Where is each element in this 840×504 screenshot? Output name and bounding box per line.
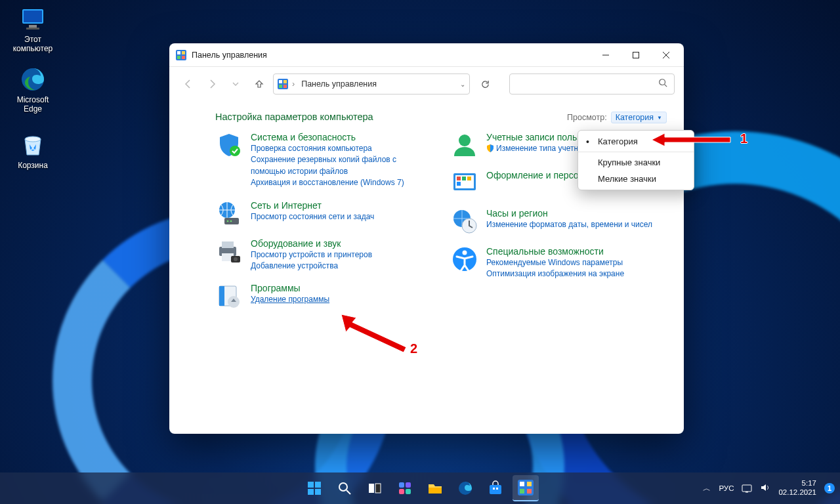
desktop-icon-edge[interactable]: Microsoft Edge xyxy=(8,66,58,114)
category-sub[interactable]: Добавление устройства xyxy=(251,261,431,272)
category-network: Сеть и Интернет Просмотр состояния сети … xyxy=(215,200,431,227)
svg-rect-8 xyxy=(182,51,185,54)
category-sub[interactable]: Проверка состояния компьютера xyxy=(251,143,431,154)
desktop-icon-label: Этот компьютер xyxy=(8,35,58,53)
recycle-bin-icon xyxy=(19,131,47,159)
control-panel-icon xyxy=(176,50,186,60)
svg-rect-67 xyxy=(527,482,532,486)
menu-item-large-icons[interactable]: Крупные значки xyxy=(578,154,694,171)
taskbar: ︿ РУС 5:17 02.12.2021 1 xyxy=(0,472,840,504)
svg-rect-2 xyxy=(29,25,37,28)
category-sub[interactable]: Сохранение резервных копий файлов с помо… xyxy=(251,154,431,177)
category-title[interactable]: Сеть и Интернет xyxy=(251,200,322,211)
breadcrumb-sep: › xyxy=(292,79,295,89)
edge-icon xyxy=(19,66,47,93)
category-sub[interactable]: Архивация и восстановление (Windows 7) xyxy=(251,177,431,188)
view-by-dropdown[interactable]: Категория ▼ xyxy=(611,112,667,123)
view-by: Просмотр: Категория ▼ xyxy=(567,112,667,123)
chevron-down-icon[interactable]: ⌄ xyxy=(460,81,465,88)
recent-locations-button[interactable] xyxy=(226,74,245,94)
address-bar[interactable]: › Панель управления ⌄ xyxy=(273,74,470,94)
svg-point-22 xyxy=(230,146,240,156)
category-sub[interactable]: Просмотр устройств и принтеров xyxy=(251,249,431,261)
svg-point-25 xyxy=(227,220,229,222)
forward-button[interactable] xyxy=(202,74,222,94)
svg-rect-60 xyxy=(429,488,442,494)
category-clock-region: Часы и регион Изменение форматов даты, в… xyxy=(451,207,667,235)
svg-rect-63 xyxy=(493,488,495,490)
chevron-down-icon: ▼ xyxy=(657,115,662,121)
desktop-icon-label: Microsoft Edge xyxy=(8,95,58,114)
category-title[interactable]: Часы и регион xyxy=(486,208,548,219)
svg-rect-51 xyxy=(315,489,321,495)
volume-icon[interactable] xyxy=(760,482,770,494)
taskbar-search[interactable] xyxy=(331,475,358,501)
store[interactable] xyxy=(482,475,509,501)
task-view[interactable] xyxy=(362,475,388,501)
control-panel-taskbar[interactable] xyxy=(513,475,539,501)
category-sub[interactable]: Рекомендуемые Windows параметры xyxy=(486,257,667,268)
category-title[interactable]: Специальные возможности xyxy=(486,246,604,257)
view-by-menu: Категория Крупные значки Мелкие значки xyxy=(578,130,694,190)
category-sub[interactable]: Изменение форматов даты, времени и чисел xyxy=(486,219,667,230)
menu-separator xyxy=(578,152,694,152)
category-title[interactable]: Оборудование и звук xyxy=(251,238,341,249)
svg-rect-68 xyxy=(520,489,524,494)
notification-badge[interactable]: 1 xyxy=(824,483,835,494)
svg-rect-62 xyxy=(490,485,501,494)
edge-taskbar[interactable] xyxy=(452,475,478,501)
system-tray: ︿ РУС 5:17 02.12.2021 1 xyxy=(703,479,835,497)
monitor-icon xyxy=(19,5,47,33)
svg-point-5 xyxy=(25,136,41,142)
svg-line-53 xyxy=(346,490,350,494)
search-icon xyxy=(658,78,667,90)
category-sub[interactable]: Оптимизация изображения на экране xyxy=(486,268,667,280)
desktop-icon-recycle-bin[interactable]: Корзина xyxy=(8,131,58,170)
appearance-icon xyxy=(451,169,478,197)
category-sub[interactable]: Просмотр состояния сети и задач xyxy=(251,211,431,222)
svg-point-35 xyxy=(459,135,471,146)
category-title[interactable]: Система и безопасность xyxy=(251,132,356,142)
control-panel-window: Панель управления › Панель управления ⌄ xyxy=(169,43,684,434)
shield-icon xyxy=(215,131,243,159)
svg-rect-48 xyxy=(308,482,314,488)
menu-item-small-icons[interactable]: Мелкие значки xyxy=(578,171,694,187)
menu-item-category[interactable]: Категория xyxy=(578,133,694,150)
category-sub[interactable]: Удаление программы xyxy=(251,294,431,305)
svg-rect-33 xyxy=(219,286,224,306)
file-explorer[interactable] xyxy=(422,475,448,501)
category-title[interactable]: Программы xyxy=(251,283,301,293)
close-button[interactable] xyxy=(651,43,681,67)
clock-date: 02.12.2021 xyxy=(778,488,816,497)
maximize-button[interactable] xyxy=(621,43,651,67)
svg-rect-7 xyxy=(177,51,180,54)
search-input[interactable] xyxy=(516,79,658,89)
svg-rect-3 xyxy=(26,28,39,30)
svg-line-21 xyxy=(665,85,667,87)
svg-rect-56 xyxy=(399,482,404,488)
accessibility-icon xyxy=(451,245,478,273)
language-indicator[interactable]: РУС xyxy=(719,484,734,492)
network-icon[interactable] xyxy=(742,482,752,494)
uac-shield-icon xyxy=(486,144,494,156)
clock-time: 5:17 xyxy=(778,479,816,488)
refresh-button[interactable] xyxy=(475,74,495,94)
tray-overflow[interactable]: ︿ xyxy=(703,483,711,494)
programs-icon xyxy=(215,282,243,310)
search-box[interactable] xyxy=(509,74,675,94)
up-button[interactable] xyxy=(249,74,269,94)
svg-point-20 xyxy=(660,79,665,85)
printer-icon xyxy=(215,238,243,265)
taskbar-clock[interactable]: 5:17 02.12.2021 xyxy=(778,479,816,497)
svg-rect-38 xyxy=(457,177,461,180)
minimize-button[interactable] xyxy=(591,43,621,67)
svg-rect-66 xyxy=(520,482,524,486)
breadcrumb[interactable]: Панель управления xyxy=(299,78,379,90)
globe-icon xyxy=(215,200,243,227)
back-button[interactable] xyxy=(178,74,198,94)
svg-rect-28 xyxy=(222,242,234,248)
desktop-icon-this-pc[interactable]: Этот компьютер xyxy=(8,5,58,53)
widgets[interactable] xyxy=(392,475,418,501)
start-button[interactable] xyxy=(301,475,327,501)
svg-rect-16 xyxy=(279,80,282,83)
